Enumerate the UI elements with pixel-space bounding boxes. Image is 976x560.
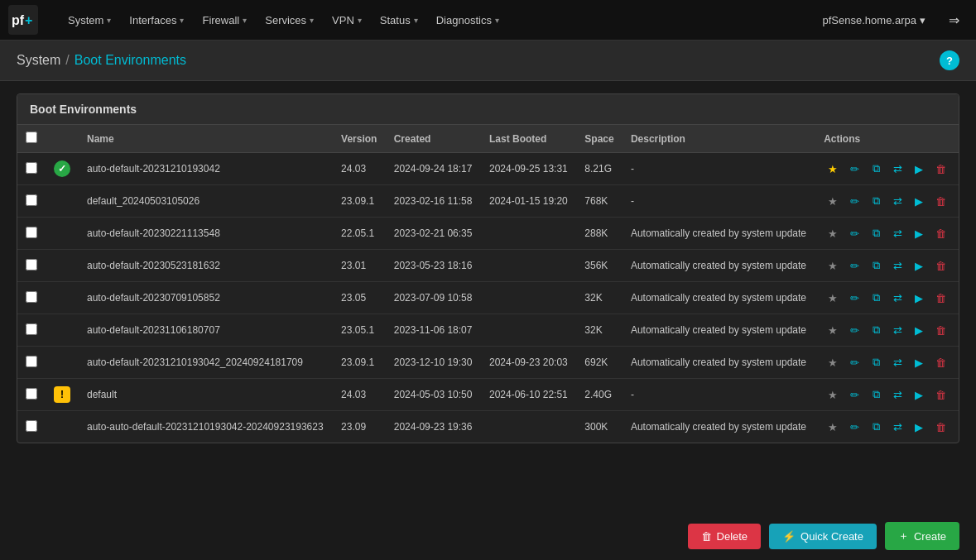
transfer-icon[interactable]: ⇄ xyxy=(888,224,906,242)
transfer-icon[interactable]: ⇄ xyxy=(888,385,906,404)
play-icon[interactable]: ▶ xyxy=(910,353,928,371)
row-description: - xyxy=(623,379,815,411)
edit-icon[interactable]: ✏ xyxy=(845,160,863,178)
star-icon[interactable]: ★ xyxy=(824,385,842,404)
select-all-checkbox[interactable] xyxy=(26,132,37,143)
delete-row-icon[interactable]: 🗑 xyxy=(931,192,950,210)
row-checkbox[interactable] xyxy=(26,291,37,303)
nav-item-interfaces[interactable]: Interfaces ▾ xyxy=(121,9,192,31)
row-checkbox-cell xyxy=(17,411,46,443)
row-checkbox[interactable] xyxy=(26,356,37,367)
transfer-icon[interactable]: ⇄ xyxy=(888,289,906,307)
transfer-icon[interactable]: ⇄ xyxy=(888,353,906,371)
play-icon[interactable]: ▶ xyxy=(910,418,928,436)
row-status-cell xyxy=(46,218,79,250)
row-space: 288K xyxy=(576,218,623,250)
delete-row-icon[interactable]: 🗑 xyxy=(931,289,950,307)
transfer-icon[interactable]: ⇄ xyxy=(888,160,906,178)
row-created: 2024-09-23 19:36 xyxy=(386,411,481,443)
row-actions: ★ ✏ ⧉ ⇄ ▶ 🗑 xyxy=(815,218,959,250)
actions-cell: ★ ✏ ⧉ ⇄ ▶ 🗑 xyxy=(824,224,950,242)
actions-cell: ★ ✏ ⧉ ⇄ ▶ 🗑 xyxy=(824,289,950,307)
row-status-cell: ✓ xyxy=(46,153,79,185)
delete-row-icon[interactable]: 🗑 xyxy=(931,160,950,178)
hostname-menu[interactable]: pfSense.home.arpa ▾ xyxy=(815,9,934,31)
transfer-icon[interactable]: ⇄ xyxy=(888,192,906,210)
logout-button[interactable]: ⇒ xyxy=(940,7,968,33)
star-icon[interactable]: ★ xyxy=(824,353,842,371)
star-icon[interactable]: ★ xyxy=(824,321,842,339)
play-icon[interactable]: ▶ xyxy=(910,224,928,242)
edit-icon[interactable]: ✏ xyxy=(845,224,863,242)
row-checkbox[interactable] xyxy=(26,388,37,400)
row-checkbox-cell xyxy=(17,282,46,314)
navbar: pf + System ▾ Interfaces ▾ Firewall ▾ Se… xyxy=(0,0,976,41)
nav-item-diagnostics[interactable]: Diagnostics ▾ xyxy=(428,9,507,31)
breadcrumb-bar: System / Boot Environments ? xyxy=(0,41,976,81)
play-icon[interactable]: ▶ xyxy=(910,256,928,275)
row-description: Automatically created by system update xyxy=(623,347,815,379)
row-checkbox[interactable] xyxy=(26,194,37,206)
row-last-booted xyxy=(481,314,576,347)
transfer-icon[interactable]: ⇄ xyxy=(888,418,906,436)
delete-row-icon[interactable]: 🗑 xyxy=(931,385,950,404)
edit-icon[interactable]: ✏ xyxy=(845,289,863,307)
actions-cell: ★ ✏ ⧉ ⇄ ▶ 🗑 xyxy=(824,418,950,436)
help-button[interactable]: ? xyxy=(940,50,959,70)
copy-icon[interactable]: ⧉ xyxy=(867,160,885,178)
star-icon[interactable]: ★ xyxy=(824,224,842,242)
copy-icon[interactable]: ⧉ xyxy=(867,321,885,339)
copy-icon[interactable]: ⧉ xyxy=(867,385,885,404)
brand-logo[interactable]: pf + xyxy=(8,5,43,35)
row-name: auto-default-20231210193042_202409241817… xyxy=(79,347,333,379)
delete-row-icon[interactable]: 🗑 xyxy=(931,256,950,275)
play-icon[interactable]: ▶ xyxy=(910,192,928,210)
row-checkbox[interactable] xyxy=(26,162,37,174)
actions-cell: ★ ✏ ⧉ ⇄ ▶ 🗑 xyxy=(824,353,950,371)
row-checkbox[interactable] xyxy=(26,227,37,238)
star-icon[interactable]: ★ xyxy=(824,160,842,178)
copy-icon[interactable]: ⧉ xyxy=(867,289,885,307)
nav-item-vpn[interactable]: VPN ▾ xyxy=(324,9,370,31)
copy-icon[interactable]: ⧉ xyxy=(867,256,885,275)
row-checkbox[interactable] xyxy=(26,420,37,432)
breadcrumb-separator: / xyxy=(65,53,69,68)
star-icon[interactable]: ★ xyxy=(824,418,842,436)
transfer-icon[interactable]: ⇄ xyxy=(888,321,906,339)
delete-row-icon[interactable]: 🗑 xyxy=(931,353,950,371)
copy-icon[interactable]: ⧉ xyxy=(867,418,885,436)
nav-item-services[interactable]: Services ▾ xyxy=(257,9,322,31)
row-space: 32K xyxy=(576,314,623,347)
delete-row-icon[interactable]: 🗑 xyxy=(931,224,950,242)
nav-item-system[interactable]: System ▾ xyxy=(60,9,119,31)
edit-icon[interactable]: ✏ xyxy=(845,256,863,275)
row-version: 23.01 xyxy=(333,250,386,282)
delete-row-icon[interactable]: 🗑 xyxy=(931,321,950,339)
edit-icon[interactable]: ✏ xyxy=(845,418,863,436)
edit-icon[interactable]: ✏ xyxy=(845,321,863,339)
copy-icon[interactable]: ⧉ xyxy=(867,192,885,210)
copy-icon[interactable]: ⧉ xyxy=(867,224,885,242)
star-icon[interactable]: ★ xyxy=(824,192,842,210)
play-icon[interactable]: ▶ xyxy=(910,289,928,307)
warning-icon: ! xyxy=(54,386,70,403)
play-icon[interactable]: ▶ xyxy=(910,385,928,404)
row-description: - xyxy=(623,185,815,218)
copy-icon[interactable]: ⧉ xyxy=(867,353,885,371)
nav-item-status[interactable]: Status ▾ xyxy=(372,9,426,31)
edit-icon[interactable]: ✏ xyxy=(845,385,863,404)
row-checkbox[interactable] xyxy=(26,259,37,270)
row-description: Automatically created by system update xyxy=(623,282,815,314)
chevron-down-icon: ▾ xyxy=(495,16,499,25)
edit-icon[interactable]: ✏ xyxy=(845,353,863,371)
nav-item-firewall[interactable]: Firewall ▾ xyxy=(194,9,255,31)
play-icon[interactable]: ▶ xyxy=(910,160,928,178)
play-icon[interactable]: ▶ xyxy=(910,321,928,339)
delete-row-icon[interactable]: 🗑 xyxy=(931,418,950,436)
row-checkbox[interactable] xyxy=(26,323,37,335)
table-header-row: Name Version Created Last Booted Space D… xyxy=(17,125,959,153)
transfer-icon[interactable]: ⇄ xyxy=(888,256,906,275)
star-icon[interactable]: ★ xyxy=(824,256,842,275)
edit-icon[interactable]: ✏ xyxy=(845,192,863,210)
star-icon[interactable]: ★ xyxy=(824,289,842,307)
